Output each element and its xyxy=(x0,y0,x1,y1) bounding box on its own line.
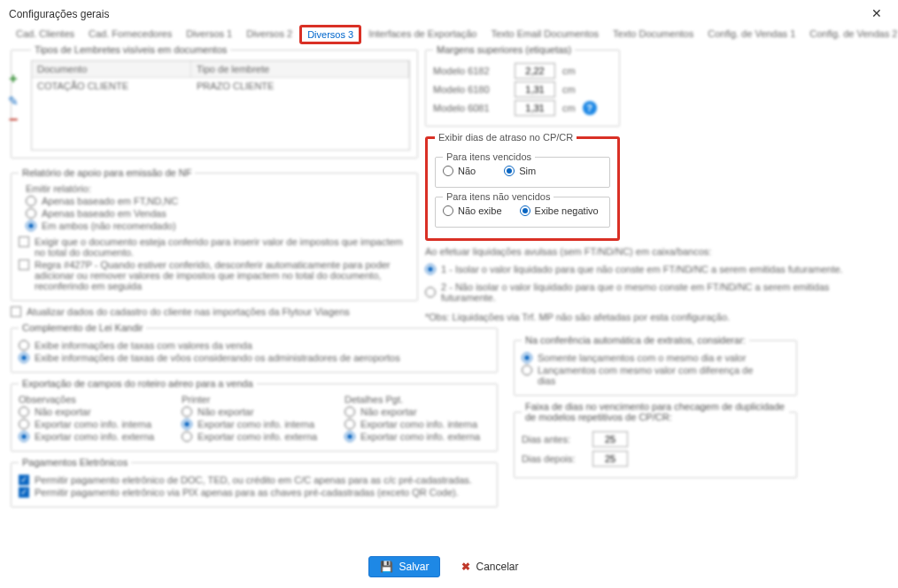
radio-nao-exibe[interactable] xyxy=(443,205,453,216)
input-modelo-6081[interactable] xyxy=(515,100,555,116)
radio-det-nao[interactable] xyxy=(344,406,355,417)
tab-cad-fornecedores[interactable]: Cad. Fornecedores xyxy=(81,25,179,44)
radio-nao-isolar[interactable] xyxy=(425,287,436,298)
col-header-documento[interactable]: Documento xyxy=(32,61,191,77)
table-row[interactable]: COTAÇÃO CLIENTE PRAZO CLIENTE xyxy=(32,78,409,94)
input-dias-antes[interactable] xyxy=(592,431,628,447)
save-button[interactable]: 💾 Salvar xyxy=(368,556,440,577)
chk-regra-427p[interactable] xyxy=(19,259,29,270)
emitir-relatorio-label: Emitir relatório: xyxy=(26,183,410,194)
radio-printer-interna[interactable] xyxy=(182,419,192,429)
chk-pgto-doc-ted[interactable] xyxy=(19,475,29,485)
export-col-printer: Printer xyxy=(182,394,327,405)
radio-vencidos-sim[interactable] xyxy=(504,166,515,176)
export-col-obs: Observações xyxy=(19,394,164,405)
radio-conf-mesmo-dia[interactable] xyxy=(522,352,532,363)
radio-kandir-venda[interactable] xyxy=(19,340,29,351)
chk-exigir-conferido[interactable] xyxy=(19,236,29,247)
atraso-legend: Exibir dias de atraso no CP/CR xyxy=(435,132,577,143)
input-modelo-6180[interactable] xyxy=(515,81,555,97)
cancel-icon: ✖ xyxy=(461,561,470,573)
radio-obs-interna[interactable] xyxy=(19,419,29,429)
chk-flytour[interactable] xyxy=(11,306,21,317)
save-icon: 💾 xyxy=(380,561,393,573)
radio-kandir-aeroportos[interactable] xyxy=(19,352,29,363)
tab-bar: Cad. Clientes Cad. Fornecedores Diversos… xyxy=(0,25,898,44)
conferencia-legend: Na conferência automática de extratos, c… xyxy=(522,335,749,345)
radio-ft-nd-nc[interactable] xyxy=(26,196,36,206)
radio-det-interna[interactable] xyxy=(344,419,355,429)
radio-exibe-negativo[interactable] xyxy=(520,205,530,216)
col-header-tipo[interactable]: Tipo de lembrete xyxy=(191,61,409,77)
radio-obs-externa[interactable] xyxy=(19,431,29,442)
radio-conf-diferenca[interactable] xyxy=(522,365,532,375)
tab-diversos-3[interactable]: Diversos 3 xyxy=(299,25,361,44)
atraso-nao-vencidos-legend: Para itens não vencidos xyxy=(443,191,554,202)
atraso-vencidos-legend: Para itens vencidos xyxy=(443,151,535,162)
radio-isolar[interactable] xyxy=(425,264,436,275)
radio-obs-nao[interactable] xyxy=(19,406,29,417)
radio-det-externa[interactable] xyxy=(344,431,355,442)
edit-icon[interactable]: ✎ xyxy=(8,94,19,108)
relatorio-nf-legend: Relatório de apoio para emissão de NF xyxy=(19,167,195,178)
add-icon[interactable]: + xyxy=(9,71,17,87)
export-roteiro-legend: Exportação de campos do roteiro aéreo pa… xyxy=(19,378,257,389)
margens-legend: Margens superiores (etiquetas) xyxy=(433,44,575,55)
tab-config-vendas-2[interactable]: Config. de Vendas 2 xyxy=(802,25,898,44)
tab-config-vendas-1[interactable]: Config. de Vendas 1 xyxy=(701,25,802,44)
input-dias-depois[interactable] xyxy=(592,451,628,467)
liquidacoes-label: Ao efetuar liquidações avulsas (sem FT/N… xyxy=(425,246,877,257)
radio-vencidos-nao[interactable] xyxy=(443,166,453,176)
tab-diversos-1[interactable]: Diversos 1 xyxy=(179,25,239,44)
radio-printer-nao[interactable] xyxy=(182,406,192,417)
delete-icon[interactable]: − xyxy=(9,115,19,124)
cancel-button[interactable]: ✖ Cancelar xyxy=(451,556,529,577)
chk-pgto-pix[interactable] xyxy=(19,487,29,498)
window-title: Configurações gerais xyxy=(9,8,109,20)
lei-kandir-legend: Complemento de Lei Kandir xyxy=(19,322,146,333)
liquidacoes-note: *Obs: Liquidações via Trf. MP não são af… xyxy=(425,312,877,322)
pagamentos-legend: Pagamentos Eletrônicos xyxy=(19,457,131,468)
radio-vendas[interactable] xyxy=(26,208,36,219)
close-icon[interactable]: ✕ xyxy=(863,5,891,23)
tab-interfaces-exportacao[interactable]: Interfaces de Exportação xyxy=(361,25,484,44)
tab-cad-clientes[interactable]: Cad. Clientes xyxy=(9,25,81,44)
tab-texto-documentos[interactable]: Texto Documentos xyxy=(606,25,701,44)
tab-diversos-2[interactable]: Diversos 2 xyxy=(239,25,299,44)
input-modelo-6182[interactable] xyxy=(515,63,555,79)
faixa-legend: Faixa de dias no vencimento para checage… xyxy=(522,401,789,422)
lembretes-legend: Tipos de Lembretes visíveis em documento… xyxy=(31,44,230,55)
tab-texto-email[interactable]: Texto Email Documentos xyxy=(484,25,606,44)
radio-ambos[interactable] xyxy=(26,220,36,231)
help-icon[interactable]: ? xyxy=(583,101,597,115)
radio-printer-externa[interactable] xyxy=(182,431,192,442)
lembretes-table: Documento Tipo de lembrete COTAÇÃO CLIEN… xyxy=(31,60,410,151)
